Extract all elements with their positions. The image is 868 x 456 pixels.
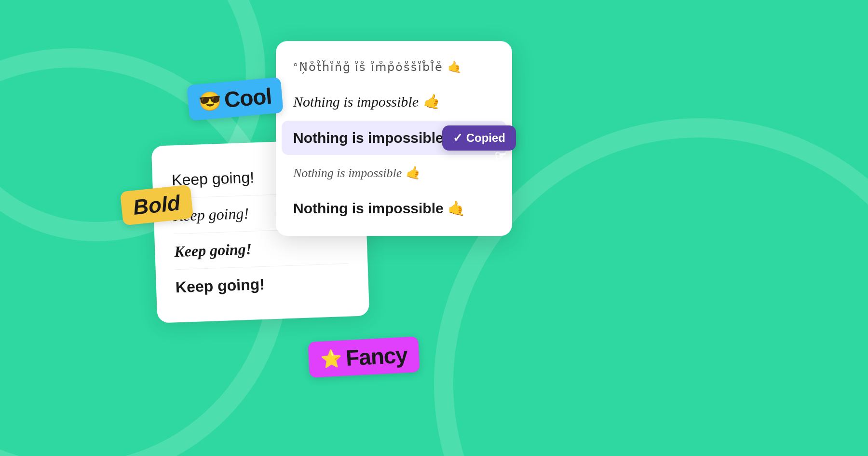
fancy-emoji: ⭐ [320,348,342,369]
ni-item-script[interactable]: Nothing is impossible 🤙 [282,84,506,119]
fancy-label: Fancy [345,342,408,371]
cool-label: Cool [223,83,273,113]
ni-item-wrapper-3: Nothing is impossible 🤙 ✓ Copied ☞ [282,121,506,155]
copied-label: Copied [466,131,505,145]
ni-text-bold2: Nothing is impossible 🤙 [293,200,465,217]
bold-label: Bold [132,191,181,219]
ni-item-bold2[interactable]: Nothing is impossible 🤙 [282,191,506,225]
fancy-badge: ⭐ Fancy [308,336,420,378]
cursor-icon: ☞ [494,148,506,164]
ni-item-wrapper-1: °Ņ̈o̊t̊ȟi̊n̊g̊ i̊s̊ i̊m̊p̊ȯs̊s̊i̊b̊l̊e̊ … [282,52,506,83]
cool-emoji: 😎 [198,90,222,113]
ni-text-script: Nothing is impossible 🤙 [293,93,440,110]
copied-checkmark: ✓ [453,131,462,145]
keep-going-bold[interactable]: Keep going! [175,264,350,305]
ni-text-gothic: Nothing is impossible 🤙 [293,166,420,180]
cool-badge: 😎 Cool [187,77,284,121]
ni-item-wrapper-4: Nothing is impossible 🤙 [282,157,506,189]
ni-item-dotted[interactable]: °Ņ̈o̊t̊ȟi̊n̊g̊ i̊s̊ i̊m̊p̊ȯs̊s̊i̊b̊l̊e̊ … [282,52,506,83]
copied-tooltip: ✓ Copied ☞ [442,125,516,151]
ni-item-wrapper-5: Nothing is impossible 🤙 [282,191,506,225]
ni-text-dotted: °Ņ̈o̊t̊ȟi̊n̊g̊ i̊s̊ i̊m̊p̊ȯs̊s̊i̊b̊l̊e̊ … [293,60,463,74]
ni-item-wrapper-2: Nothing is impossible 🤙 [282,84,506,119]
ni-item-gothic[interactable]: Nothing is impossible 🤙 [282,157,506,189]
nothing-impossible-card: °Ņ̈o̊t̊ȟi̊n̊g̊ i̊s̊ i̊m̊p̊ȯs̊s̊i̊b̊l̊e̊ … [276,41,512,236]
ni-text-bold-active: Nothing is impossible 🤙 [293,129,465,146]
